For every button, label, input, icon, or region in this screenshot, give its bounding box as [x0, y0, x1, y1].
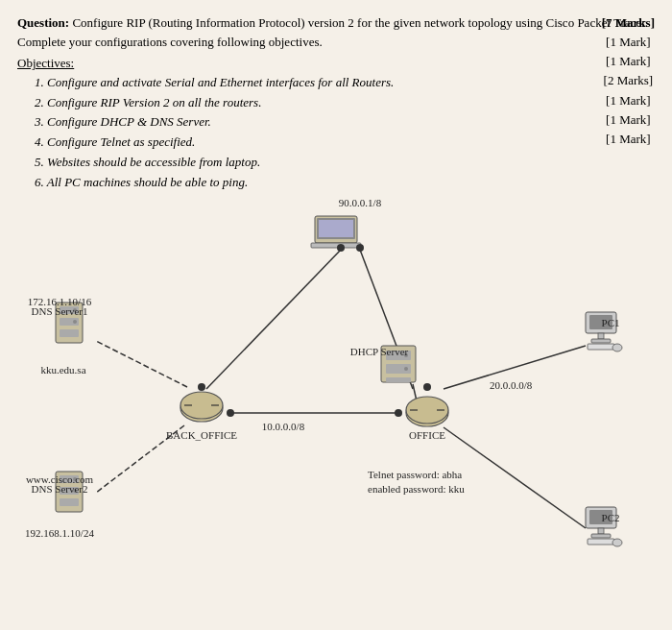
back-office-label: BACK_OFFICE [166, 429, 237, 441]
question-text: Question: Configure RIP (Routing Informa… [17, 13, 655, 52]
mark-1: [1 Mark] [602, 33, 655, 52]
mark-3: [2 Marks] [602, 71, 655, 90]
marks-total: [7 Marks] [602, 13, 655, 33]
svg-rect-42 [598, 333, 604, 339]
page: Question: Configure RIP (Routing Informa… [0, 0, 672, 630]
question-body: Configure RIP (Routing Information Proto… [17, 15, 648, 49]
laptop-top [311, 216, 361, 248]
svg-rect-10 [311, 243, 361, 248]
svg-point-53 [356, 244, 364, 252]
svg-rect-50 [588, 539, 614, 545]
marks-section: [7 Marks] [1 Mark] [1 Mark] [2 Marks] [1… [602, 13, 655, 149]
objective-3: Configure DHCP & DNS Server. [35, 112, 655, 133]
pc1-label: PC1 [602, 317, 620, 328]
svg-line-0 [206, 250, 341, 389]
office-label: OFFICE [409, 429, 445, 441]
svg-point-45 [612, 344, 622, 351]
mark-2: [1 Mark] [602, 52, 655, 71]
svg-rect-25 [60, 329, 79, 337]
svg-rect-48 [598, 528, 604, 534]
dns2-addr-label: 192.168.1.10/24 [25, 527, 94, 539]
mark-4: [1 Mark] [602, 91, 655, 110]
svg-rect-44 [588, 344, 614, 350]
svg-rect-11 [319, 220, 353, 237]
back-office-router [180, 392, 223, 422]
question-block: Question: Configure RIP (Routing Informa… [17, 13, 655, 193]
office-router [406, 397, 448, 426]
pc2-label: PC2 [602, 512, 620, 523]
dhcp-server-label: DHCP Server [350, 346, 409, 357]
svg-point-52 [337, 244, 345, 252]
objectives-list: Configure and activate Serial and Ethern… [35, 73, 655, 193]
mark-6: [1 Mark] [602, 130, 655, 149]
dns-server1-label: DNS Server1 [32, 305, 88, 317]
objective-5: Websites should be accessible from lapto… [35, 153, 655, 173]
svg-point-54 [198, 383, 205, 391]
objective-4: Configure Telnet as specified. [35, 133, 655, 153]
laptop-label: 90.0.0.1/8 [339, 197, 382, 208]
svg-rect-43 [591, 339, 611, 343]
svg-point-39 [404, 367, 408, 371]
dns-server2-label: DNS Server2 [32, 483, 88, 495]
telnet-line2: enabled password: kku [368, 483, 465, 495]
svg-rect-49 [591, 534, 611, 538]
objective-2: Configure RIP Version 2 on all the route… [35, 93, 655, 113]
network-10-label: 10.0.0.0/8 [262, 421, 305, 432]
svg-point-27 [73, 320, 77, 324]
telnet-line1: Telnet password: abha [368, 469, 462, 480]
svg-point-51 [612, 539, 622, 546]
mark-5: [1 Mark] [602, 110, 655, 130]
svg-point-55 [227, 409, 234, 417]
svg-line-3 [96, 341, 187, 387]
dns1-domain-label: kku.edu.sa [40, 364, 85, 376]
svg-line-6 [444, 427, 586, 528]
objective-1: Configure and activate Serial and Ethern… [35, 73, 655, 93]
svg-rect-37 [386, 377, 411, 382]
svg-rect-31 [60, 498, 79, 506]
network-20-label: 20.0.0.0/8 [490, 379, 533, 391]
objectives-heading: Objectives: [17, 56, 74, 70]
diagram-svg: 90.0.0.1/8 BACK_OFFICE OFFICE [0, 178, 672, 630]
svg-point-57 [423, 383, 431, 391]
svg-point-56 [395, 409, 402, 417]
network-diagram: 90.0.0.1/8 BACK_OFFICE OFFICE [0, 178, 672, 630]
question-label: Question: [17, 15, 69, 30]
